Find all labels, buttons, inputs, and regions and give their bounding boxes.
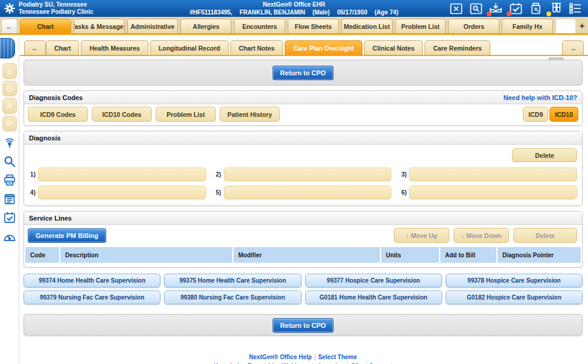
svg-text:x: x [537, 9, 539, 13]
diagnosis-delete-button[interactable]: Delete [512, 148, 577, 162]
diagnosis-row-1: 1) 2) 3) [28, 168, 577, 181]
nextgen-ehr-window: Podiatry SU, Tennessee Tennessee Podiatr… [0, 0, 588, 364]
tab-problem-list[interactable]: Problem List [395, 19, 446, 33]
diagnosis-slot-3-field[interactable] [409, 168, 577, 181]
order-queue-icon[interactable] [569, 2, 582, 15]
chart-content: ← Chart Health Measures Longitudinal Rec… [20, 37, 588, 364]
tab-medication-list[interactable]: Medication List [341, 19, 393, 33]
subtab-chart-notes[interactable]: Chart Notes [230, 40, 283, 55]
service-line-delete-button[interactable]: Delete [513, 228, 577, 243]
column-units: Units [381, 247, 440, 263]
office-help-link[interactable]: NextGen® Office Help [249, 354, 312, 360]
diagnosis-slot-3: 3) [399, 168, 577, 181]
diagnosis-slot-6-field[interactable] [409, 186, 577, 199]
soap-s-button[interactable]: S [2, 63, 17, 79]
main-tabs-overflow-icon[interactable]: + [577, 19, 587, 33]
cpt-99380-button[interactable]: 99380 Nursing Fac Care Supervision [164, 290, 301, 304]
document-inbox-icon[interactable] [489, 2, 502, 15]
diagnosis-title: Diagnosis [29, 134, 61, 142]
lab-results-icon[interactable] [549, 2, 562, 15]
tab-allergies[interactable]: Allergies [180, 19, 232, 33]
subtab-longitudinal-record[interactable]: Longitudinal Record [150, 40, 229, 55]
soap-o-button[interactable]: O [2, 81, 17, 96]
tab-chart[interactable]: Chart [20, 19, 71, 33]
diagnosis-header: Diagnosis [24, 131, 582, 145]
close-window-icon[interactable] [449, 2, 463, 15]
tab-administrative[interactable]: Administrative [127, 19, 179, 33]
subtabs-scrollbar[interactable] [548, 57, 564, 60]
subtab-chart[interactable]: Chart [46, 40, 79, 55]
settings-gear-icon[interactable] [4, 3, 15, 14]
generate-pm-billing-button[interactable]: Generate PM Billing [28, 228, 106, 243]
subtab-care-reminders[interactable]: Care Reminders [425, 40, 490, 55]
dashboard-icon[interactable] [2, 229, 17, 243]
diagnosis-slot-2-field[interactable] [224, 168, 392, 181]
patient-id: #HF511183495, [190, 9, 233, 16]
cpt-g0182-button[interactable]: G0182 Hospice Care Supervision [446, 290, 583, 304]
icd9-toggle[interactable]: ICD9 [523, 107, 548, 122]
soap-p-button[interactable]: P [2, 116, 17, 131]
icd10-toggle[interactable]: ICD10 [549, 107, 578, 122]
move-up-button[interactable]: ↑ Move Up [394, 228, 449, 243]
patient-dob: 05/17/1950 [337, 9, 367, 16]
appointments-icon[interactable] [2, 210, 17, 225]
tasks-calendar-icon[interactable] [509, 2, 522, 15]
diagnosis-slot-6-label: 6) [399, 189, 406, 196]
service-lines-toolbar: Generate PM Billing ↑ Move Up ↓ Move Dow… [24, 225, 582, 246]
cpt-99374-button[interactable]: 99374 Home Health Care Supervision [24, 274, 160, 287]
main-tabs-scroll-left-icon[interactable]: ← [1, 19, 17, 33]
search-icon[interactable] [2, 154, 17, 169]
practice-line2: Tennessee Podiatry Clinic [19, 8, 93, 16]
cpt-99378-button[interactable]: 99378 Hospice Care Supervision [446, 274, 583, 287]
diagnosis-slot-1-field[interactable] [38, 168, 206, 181]
icd10-codes-button[interactable]: ICD10 Codes [92, 107, 152, 122]
footer-separator: | [314, 354, 316, 360]
dictation-icon[interactable] [2, 136, 17, 150]
icd10-help-link[interactable]: Need help with ICD-10? [504, 94, 577, 101]
service-lines-panel: Service Lines Generate PM Billing ↑ Move… [24, 211, 583, 268]
subtab-care-plan-oversight[interactable]: Care Plan Oversight [285, 40, 362, 55]
tab-family-hx[interactable]: Family Hx [502, 19, 553, 33]
diagnosis-panel: Diagnosis Delete 1) 2) [24, 131, 583, 206]
service-lines-table-header: Code Description Modifier Units Add to B… [25, 247, 581, 263]
return-to-cpo-top-button[interactable]: Return to CPO [273, 66, 334, 80]
soap-a-button[interactable]: A [2, 98, 17, 114]
page-footer: NextGen® Office Help|Select Theme Knowle… [24, 353, 583, 364]
tab-encounters[interactable]: Encounters [234, 19, 285, 33]
labs-alert-badge [546, 11, 551, 16]
tasks-alert-badge [507, 11, 511, 16]
cpo-page: Return to CPO Diagnosis Codes Need help … [20, 60, 588, 364]
select-theme-link[interactable]: Select Theme [318, 354, 357, 360]
patient-sex: (Male) [312, 9, 330, 16]
notes-icon[interactable] [2, 192, 17, 206]
problem-list-button[interactable]: Problem List [156, 107, 216, 122]
tab-orders[interactable]: Orders [448, 19, 499, 33]
diagnosis-slot-2: 2) [213, 168, 392, 181]
print-icon[interactable] [2, 173, 17, 187]
tab-tasks-messages[interactable]: Tasks & Messages [74, 19, 125, 33]
subtab-health-measures[interactable]: Health Measures [81, 40, 148, 55]
diagnosis-slot-5-field[interactable] [224, 186, 392, 199]
return-to-cpo-bottom-button[interactable]: Return to CPO [273, 318, 334, 333]
cpt-99377-button[interactable]: 99377 Hospice Care Supervision [305, 274, 442, 287]
subtab-clinical-notes[interactable]: Clinical Notes [364, 40, 423, 55]
diagnosis-slot-3-label: 3) [399, 171, 406, 178]
cpt-99379-button[interactable]: 99379 Nursing Fac Care Supervision [24, 290, 160, 304]
subtabs-scroll-left-icon[interactable]: ← [24, 40, 46, 55]
move-down-button[interactable]: ↓ Move Down [454, 228, 509, 243]
diagnosis-actions: Delete [28, 148, 577, 162]
diagnosis-slot-1: 1) [28, 168, 206, 181]
diagnosis-slot-5: 5) [213, 186, 392, 199]
patient-history-button[interactable]: Patient History [220, 107, 280, 122]
cpt-99375-button[interactable]: 99375 Home Health Care Supervision [164, 274, 301, 287]
chart-search-icon[interactable] [469, 2, 482, 15]
prescriptions-icon[interactable]: R x [529, 2, 542, 15]
diagnosis-codes-body: ICD9 Codes ICD10 Codes Problem List Pati… [24, 104, 582, 125]
tab-flow-sheets[interactable]: Flow Sheets [288, 19, 339, 33]
icd9-codes-button[interactable]: ICD9 Codes [28, 107, 88, 122]
panel-drawer-handle[interactable] [0, 38, 15, 58]
cpt-g0181-button[interactable]: G0181 Home Health Care Supervision [305, 290, 442, 304]
subtabs-scroll-right-icon[interactable]: → [562, 40, 584, 55]
diagnosis-slot-4: 4) [28, 186, 206, 199]
diagnosis-slot-4-field[interactable] [38, 186, 206, 199]
